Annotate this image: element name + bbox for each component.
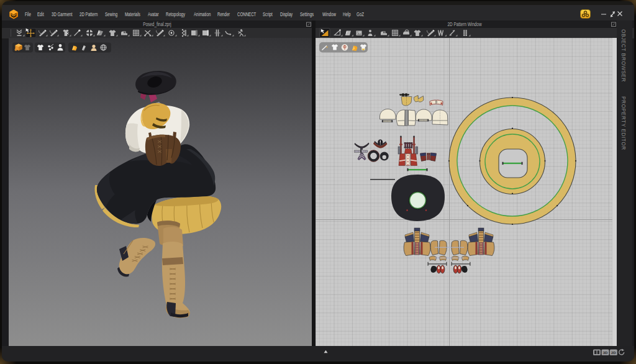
svg-text:3D: 3D [603,351,608,355]
svg-text:2D: 2D [611,351,616,355]
